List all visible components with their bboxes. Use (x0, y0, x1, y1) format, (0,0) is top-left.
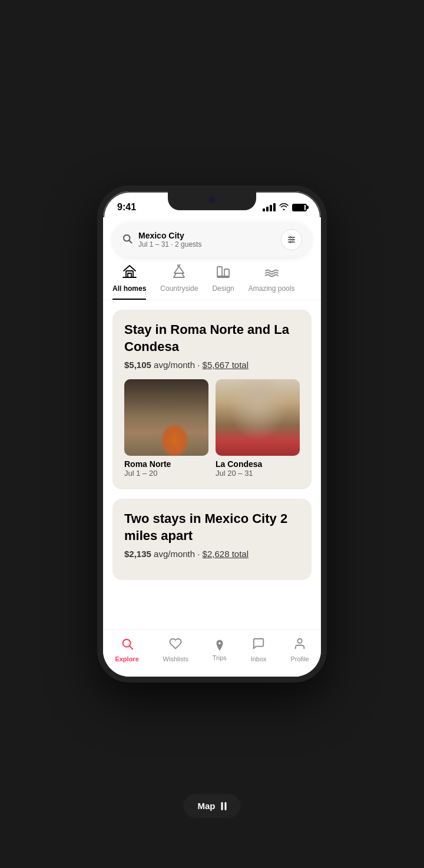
card2-price-total[interactable]: $2,628 total (203, 549, 249, 559)
nav-trips-label: Trips (213, 654, 227, 661)
svg-line-1 (129, 240, 131, 243)
listing-la-condesa[interactable]: La Condesa Jul 20 – 31 (216, 379, 300, 478)
svg-rect-14 (224, 269, 229, 276)
card1-price-total[interactable]: $5,667 total (203, 360, 249, 370)
screen: Mexico City Jul 1 – 31 · 2 guests (103, 217, 321, 677)
nav-explore-label: Explore (115, 655, 138, 662)
card1-title: Stay in Roma Norte and La Condesa (124, 322, 300, 355)
battery-icon (292, 204, 307, 211)
status-time: 9:41 (117, 202, 136, 213)
nav-wishlists-label: Wishlists (163, 655, 188, 662)
tab-all-homes[interactable]: All homes (112, 264, 146, 300)
phone-notch (168, 191, 256, 210)
tab-countryside-label: Countryside (160, 284, 198, 293)
amazing-pools-icon (264, 264, 279, 282)
explore-icon (121, 637, 134, 654)
nav-inbox-label: Inbox (251, 655, 267, 662)
main-content: Stay in Roma Norte and La Condesa $5,105… (103, 300, 321, 677)
listing-roma-name: Roma Norte (124, 459, 208, 469)
design-icon (216, 264, 231, 282)
nav-trips[interactable]: Trips (206, 636, 234, 664)
nav-profile-label: Profile (290, 655, 309, 662)
inbox-icon (252, 637, 265, 654)
tab-design[interactable]: Design (212, 264, 234, 300)
listing-condesa-name: La Condesa (216, 459, 300, 469)
wifi-icon (279, 203, 289, 212)
search-bar-container: Mexico City Jul 1 – 31 · 2 guests (103, 217, 321, 264)
profile-icon (293, 637, 306, 654)
svg-rect-8 (126, 271, 133, 277)
svg-point-6 (292, 239, 294, 241)
svg-point-5 (290, 237, 292, 238)
listing-roma-norte[interactable]: Roma Norte Jul 1 – 20 (124, 379, 208, 478)
card2-price-unit: avg/month · (154, 549, 203, 559)
bottom-nav: Explore Wishlists Trips (103, 630, 321, 677)
trips-icon (213, 638, 227, 652)
stay-card-2[interactable]: Two stays in Mexico City 2 miles apart $… (112, 499, 312, 580)
search-icon (122, 233, 132, 247)
search-bar[interactable]: Mexico City Jul 1 – 31 · 2 guests (112, 222, 312, 257)
card2-title: Two stays in Mexico City 2 miles apart (124, 511, 300, 544)
card1-price-unit: avg/month · (154, 360, 203, 370)
tab-amazing-pools[interactable]: Amazing pools (249, 264, 295, 300)
stay-card-1[interactable]: Stay in Roma Norte and La Condesa $5,105… (112, 310, 312, 489)
category-tabs: All homes Countryside (103, 264, 321, 300)
card2-price-avg: $2,135 (124, 549, 151, 559)
card1-price: $5,105 avg/month · $5,667 total (124, 360, 300, 370)
all-homes-icon (122, 264, 137, 282)
nav-profile[interactable]: Profile (283, 635, 316, 665)
svg-line-12 (179, 264, 180, 266)
status-icons (263, 203, 307, 212)
countryside-icon (171, 264, 187, 282)
signal-icon (263, 203, 276, 211)
tab-amazing-pools-label: Amazing pools (249, 284, 295, 293)
search-location: Mexico City (138, 231, 275, 240)
phone-frame: 9:41 (97, 185, 327, 683)
svg-rect-13 (217, 267, 222, 276)
tab-design-label: Design (212, 284, 234, 293)
svg-point-7 (290, 241, 292, 243)
tab-all-homes-label: All homes (112, 284, 146, 293)
listing-img-roma (124, 379, 208, 456)
search-text: Mexico City Jul 1 – 31 · 2 guests (138, 231, 275, 249)
tab-countryside[interactable]: Countryside (160, 264, 198, 300)
search-dates: Jul 1 – 31 · 2 guests (138, 240, 275, 249)
svg-line-17 (130, 646, 132, 649)
nav-explore[interactable]: Explore (108, 635, 145, 665)
nav-inbox[interactable]: Inbox (244, 635, 274, 665)
listing-img-condesa (216, 379, 300, 456)
listing-condesa-dates: Jul 20 – 31 (216, 469, 300, 478)
wishlists-icon (169, 637, 182, 654)
nav-wishlists[interactable]: Wishlists (156, 635, 196, 665)
listings-grid: Roma Norte Jul 1 – 20 La Condesa Jul 20 … (124, 379, 300, 478)
svg-rect-9 (128, 273, 131, 277)
card1-price-avg: $5,105 (124, 360, 151, 370)
filter-button[interactable] (281, 229, 302, 250)
svg-rect-15 (217, 276, 229, 277)
listing-roma-dates: Jul 1 – 20 (124, 469, 208, 478)
card2-price: $2,135 avg/month · $2,628 total (124, 549, 300, 559)
svg-point-18 (297, 639, 302, 643)
